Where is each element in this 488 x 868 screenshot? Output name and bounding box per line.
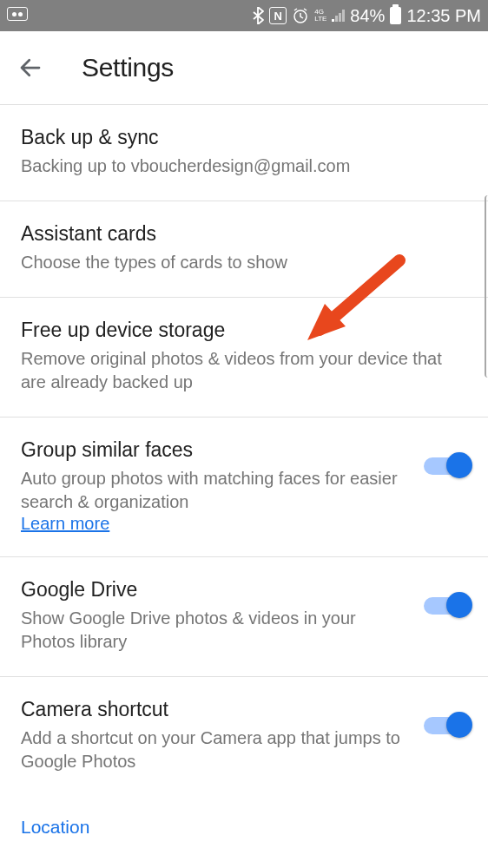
setting-backup-sync[interactable]: Back up & sync Backing up to vboucherdes… — [0, 105, 488, 201]
setting-label: Free up device storage — [21, 319, 467, 342]
setting-camera-shortcut[interactable]: Camera shortcut Add a shortcut on your C… — [0, 677, 488, 796]
statusbar: N 4GLTE 84% 12:35 PM — [0, 0, 488, 31]
battery-icon — [390, 7, 401, 24]
setting-subtitle: Remove original photos & videos from you… — [21, 347, 467, 394]
setting-assistant-cards[interactable]: Assistant cards Choose the types of card… — [0, 201, 488, 298]
network-type: 4GLTE — [314, 9, 326, 23]
setting-group-faces[interactable]: Group similar faces Auto group photos wi… — [0, 418, 488, 557]
toggle-google-drive[interactable] — [424, 597, 467, 615]
setting-subtitle: Auto group photos with matching faces fo… — [21, 467, 410, 514]
setting-subtitle: Add a shortcut on your Camera app that j… — [21, 727, 410, 773]
section-location: Location — [0, 796, 488, 838]
setting-label: Assistant cards — [21, 222, 467, 246]
toggle-group-faces[interactable] — [424, 457, 467, 475]
voicemail-icon — [7, 7, 28, 21]
setting-subtitle: Backing up to vboucherdesign@gmail.com — [21, 155, 467, 178]
alarm-icon — [292, 7, 309, 24]
page-title: Settings — [82, 53, 174, 82]
nfc-icon: N — [269, 7, 287, 24]
edge-swipe-hint — [485, 195, 488, 378]
signal-icon — [332, 10, 345, 22]
learn-more-link[interactable]: Learn more — [21, 514, 109, 533]
toggle-camera-shortcut[interactable] — [424, 717, 467, 734]
setting-subtitle: Show Google Drive photos & videos in you… — [21, 607, 410, 654]
battery-percent: 84% — [350, 6, 385, 26]
setting-label: Back up & sync — [21, 126, 467, 149]
setting-label: Camera shortcut — [21, 698, 410, 721]
bluetooth-icon — [252, 7, 264, 24]
setting-free-up-storage[interactable]: Free up device storage Remove original p… — [0, 298, 488, 418]
setting-label: Google Drive — [21, 578, 410, 602]
clock-time: 12:35 PM — [406, 6, 481, 26]
back-button[interactable] — [17, 55, 43, 81]
setting-subtitle: Choose the types of cards to show — [21, 251, 467, 274]
setting-google-drive[interactable]: Google Drive Show Google Drive photos & … — [0, 557, 488, 677]
app-header: Settings — [0, 31, 488, 105]
setting-label: Group similar faces — [21, 438, 410, 462]
